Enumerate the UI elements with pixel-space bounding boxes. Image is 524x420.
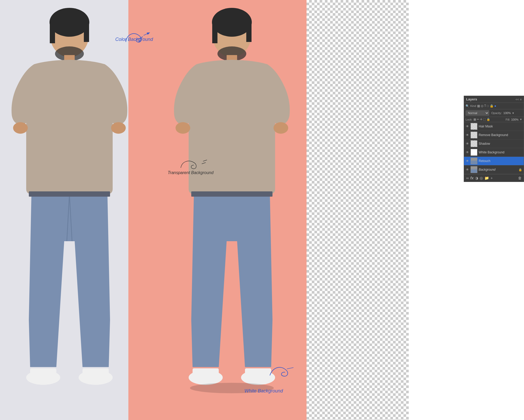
svg-point-1 — [50, 8, 89, 37]
lock-image-icon[interactable]: ✏ — [477, 118, 479, 121]
filter-label: 🔍 — [466, 104, 469, 108]
shape-filter-icon[interactable]: □ — [487, 104, 489, 108]
filter-kind-label: Kind — [470, 104, 476, 107]
filter-icons: ▦ ◎ T □ 🔒 ● — [477, 104, 496, 108]
pixel-filter-icon[interactable]: ▦ — [477, 104, 480, 108]
layer-name-white-bg: White Background — [479, 150, 522, 154]
layer-lock-icon: 🔒 — [518, 168, 522, 171]
layer-name-shadow: Shadow — [479, 142, 522, 146]
eye-icon-white-bg[interactable]: 👁 — [466, 150, 469, 154]
layer-name-remove-bg: Remove Background — [479, 133, 522, 137]
svg-rect-14 — [29, 191, 110, 197]
blend-mode-row: Normal Opacity: 100% ▼ — [464, 109, 524, 117]
svg-point-22 — [274, 122, 288, 134]
layer-name-background: Background — [479, 168, 517, 171]
layer-thumb-remove-bg — [471, 132, 477, 138]
new-group-icon[interactable]: 📁 — [484, 176, 489, 180]
panel-title: Layers — [466, 97, 477, 101]
adjustment-filter-icon[interactable]: ◎ — [481, 104, 483, 108]
new-fill-layer-icon[interactable]: ◎ — [480, 176, 483, 180]
panel-menu-button[interactable]: ≡ — [520, 98, 522, 101]
panel-header: Layers << ≡ — [464, 96, 524, 103]
svg-rect-17 — [212, 22, 217, 43]
new-layer-icon[interactable]: + — [490, 176, 493, 180]
svg-point-7 — [111, 122, 126, 134]
svg-rect-2 — [50, 22, 55, 43]
smart-filter-icon[interactable]: 🔒 — [490, 104, 494, 108]
bg-right — [307, 0, 524, 420]
lock-label: Lock: — [466, 118, 472, 121]
lock-icons: ▦ ✏ ✛ ⬚ 🔒 — [473, 118, 490, 121]
transparent-background-label: Transparent Background — [168, 170, 214, 175]
eye-icon-remove-bg[interactable]: 👁 — [466, 133, 469, 137]
svg-point-6 — [13, 122, 28, 134]
layers-panel: Layers << ≡ 🔍 Kind ▦ ◎ T □ 🔒 ● Normal Op… — [464, 96, 524, 182]
layer-shadow[interactable]: 👁 Shadow — [464, 139, 524, 148]
layer-thumb-retouch — [471, 158, 477, 164]
add-mask-icon[interactable]: ◑ — [475, 176, 478, 180]
type-filter-icon[interactable]: T — [484, 104, 486, 108]
opacity-label: Opacity: — [491, 111, 502, 115]
fill-value: 100% — [511, 118, 518, 121]
layer-remove-background[interactable]: 👁 Remove Background — [464, 131, 524, 139]
layer-thumb-shadow — [471, 140, 477, 147]
eye-icon-retouch[interactable]: 👁 — [466, 159, 469, 163]
blend-mode-dropdown[interactable]: Normal — [466, 110, 489, 116]
lock-all-icon[interactable]: 🔒 — [487, 118, 490, 121]
layer-thumb-white-bg — [471, 149, 477, 156]
svg-rect-24 — [193, 368, 219, 379]
fx-button[interactable]: fx — [470, 176, 473, 180]
lock-position-icon[interactable]: ✛ — [480, 118, 482, 121]
svg-rect-11 — [30, 368, 56, 379]
opacity-chevron[interactable]: ▼ — [512, 112, 515, 115]
fill-label: Fill: — [506, 118, 510, 121]
lock-row: Lock: ▦ ✏ ✛ ⬚ 🔒 Fill: 100% ▼ — [464, 117, 524, 122]
white-background-annotation-label: White Background — [244, 388, 283, 394]
delete-layer-icon[interactable]: 🗑 — [518, 176, 522, 180]
svg-point-16 — [212, 8, 252, 37]
svg-rect-18 — [246, 22, 252, 42]
panel-controls: << ≡ — [516, 98, 522, 101]
eye-icon-hair-mask[interactable]: 👁 — [466, 125, 469, 128]
color-background-label: Color Background — [115, 37, 153, 42]
person-right-figure — [157, 5, 307, 414]
layer-name-hair-mask: Hair Mask — [479, 125, 522, 128]
layer-white-background[interactable]: 👁 White Background — [464, 148, 524, 157]
layer-hair-mask[interactable]: 👁 Hair Mask — [464, 122, 524, 131]
filter-row: 🔍 Kind ▦ ◎ T □ 🔒 ● — [464, 103, 524, 109]
layer-thumb-background — [471, 166, 477, 173]
panel-bottom-toolbar: ∞ fx ◑ ◎ 📁 + 🗑 — [464, 174, 524, 182]
person-left-figure — [8, 5, 131, 414]
svg-rect-3 — [84, 22, 89, 42]
svg-rect-27 — [191, 191, 272, 197]
eye-icon-shadow[interactable]: 👁 — [466, 142, 469, 146]
white-right — [409, 0, 524, 420]
layer-background[interactable]: 👁 Background 🔒 — [464, 165, 524, 174]
fill-chevron[interactable]: ▼ — [520, 118, 522, 121]
lock-transparent-icon[interactable]: ▦ — [473, 118, 476, 121]
collapse-button[interactable]: << — [516, 98, 519, 101]
layer-retouch[interactable]: 👁 Retouch — [464, 157, 524, 165]
svg-rect-26 — [245, 368, 271, 379]
opacity-value: 100% — [503, 111, 511, 115]
layer-name-retouch: Retouch — [479, 159, 522, 163]
eye-icon-background[interactable]: 👁 — [466, 168, 469, 171]
lock-artboard-icon[interactable]: ⬚ — [483, 118, 486, 121]
svg-point-21 — [176, 122, 190, 134]
link-layers-icon[interactable]: ∞ — [466, 176, 469, 180]
layer-thumb-hair-mask — [471, 123, 477, 130]
svg-rect-13 — [83, 368, 109, 379]
filter-dot: ● — [494, 104, 496, 108]
